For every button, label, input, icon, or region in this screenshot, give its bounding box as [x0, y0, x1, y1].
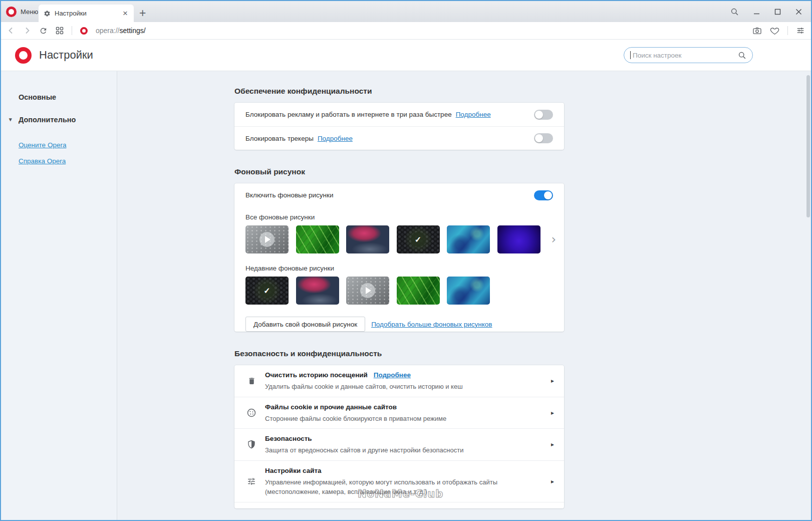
wallpaper-card: Включить фоновые рисунки Все фоновые рис…: [234, 183, 564, 332]
add-wallpaper-button[interactable]: Добавить свой фоновый рисунок: [245, 317, 365, 332]
block-ads-toggle[interactable]: [534, 110, 553, 120]
sidebar-setup-icon[interactable]: [796, 26, 805, 35]
toggle-knob: [544, 191, 552, 199]
next-row-partial: [234, 502, 564, 508]
block-trackers-row: Блокировать трекеры Подробнее: [234, 126, 564, 150]
site-settings-row[interactable]: Настройки сайта Управление информацией, …: [234, 460, 564, 502]
row-subtitle: Удалить файлы cookie и данные сайтов, оч…: [265, 382, 536, 392]
thumbnail-pink-tree[interactable]: [296, 277, 339, 305]
text-caret: [630, 51, 631, 59]
row-label: Блокировать трекеры: [245, 135, 314, 142]
maximize-icon[interactable]: [774, 9, 781, 15]
row-title: Безопасность: [265, 435, 312, 442]
security-card: Очистить историю посещений Подробнее Уда…: [234, 365, 564, 508]
row-subtitle: Защита от вредоносных сайтов и другие на…: [265, 445, 536, 455]
url-path: settings/: [119, 27, 145, 35]
check-icon: ✓: [259, 283, 275, 298]
thumbnail-rainy-glass-video[interactable]: [346, 277, 389, 305]
search-icon[interactable]: [730, 8, 739, 16]
address-bar: opera://settings/: [1, 22, 811, 40]
block-ads-row: Блокировать рекламу и работать в интерне…: [234, 103, 564, 126]
thumbnail-blue-abstract-paint[interactable]: [447, 225, 490, 253]
thumbnail-green-grass[interactable]: [296, 225, 339, 253]
opera-help-link[interactable]: Справка Opera: [1, 157, 117, 165]
snapshot-camera-icon[interactable]: [752, 26, 762, 36]
row-subtitle: Сторонние файлы cookie блокируются в при…: [265, 414, 536, 424]
all-wallpapers-label: Все фоновые рисунки: [245, 213, 553, 221]
url-field[interactable]: opera://settings/: [96, 27, 146, 35]
thumbnail-dark-hexagons[interactable]: ✓: [245, 277, 289, 305]
recent-wallpapers-strip: ✓: [245, 277, 556, 305]
page-title: Настройки: [39, 49, 93, 62]
settings-page-header: Настройки: [1, 40, 811, 71]
chevron-right-icon: ▸: [551, 478, 554, 485]
wallpapers-scroll-right-icon[interactable]: ›: [551, 233, 556, 245]
row-title: Файлы cookie и прочие данные сайтов: [265, 403, 397, 411]
thumbnail-dark-hexagons[interactable]: ✓: [397, 225, 440, 253]
address-divider-2: [787, 26, 788, 35]
chevron-right-icon: ▸: [551, 441, 554, 448]
opera-menu-button[interactable]: Меню: [6, 1, 38, 22]
recent-wallpapers-label: Недавние фоновые рисунки: [245, 265, 553, 272]
clear-history-row[interactable]: Очистить историю посещений Подробнее Уда…: [234, 365, 564, 397]
check-icon: ✓: [411, 232, 426, 247]
row-title: Очистить историю посещений: [265, 371, 368, 379]
learn-more-link[interactable]: Подробнее: [318, 135, 353, 142]
opera-logo-icon: [6, 7, 17, 17]
search-icon: [738, 51, 746, 60]
section-title: Обеспечение конфиденциальности: [234, 87, 564, 96]
forward-icon[interactable]: [23, 27, 31, 35]
speed-dial-icon[interactable]: [56, 27, 64, 35]
reload-icon[interactable]: [39, 27, 48, 35]
learn-more-link[interactable]: Подробнее: [456, 111, 491, 118]
section-wallpaper: Фоновый рисунок Включить фоновые рисунки…: [234, 167, 564, 332]
toggle-knob: [535, 111, 543, 119]
tab-settings[interactable]: Настройки ×: [39, 5, 134, 22]
new-tab-button[interactable]: +: [139, 7, 146, 20]
shield-icon: [246, 439, 257, 449]
tune-sliders-icon: [246, 477, 257, 486]
section-privacy: Обеспечение конфиденциальности Блокирова…: [234, 87, 564, 150]
play-icon: [259, 232, 275, 247]
settings-search-input[interactable]: [632, 51, 738, 60]
section-title: Безопасность и конфиденциальность: [234, 349, 564, 358]
enable-wallpapers-row: Включить фоновые рисунки: [234, 183, 564, 207]
rate-opera-link[interactable]: Оцените Opera: [1, 141, 117, 149]
sidebar-item-label: Дополнительно: [19, 116, 76, 124]
url-scheme: opera://: [96, 27, 119, 35]
tab-close-icon[interactable]: ×: [122, 9, 129, 18]
section-title: Фоновый рисунок: [234, 167, 564, 176]
back-icon[interactable]: [7, 27, 15, 35]
settings-search-box[interactable]: [624, 47, 753, 63]
settings-sidebar: Основные ▾ Дополнительно Оцените Opera С…: [1, 71, 117, 520]
close-icon[interactable]: [795, 9, 802, 15]
privacy-card: Блокировать рекламу и работать в интерне…: [234, 103, 564, 150]
thumbnail-pink-tree[interactable]: [346, 225, 389, 253]
tab-title: Настройки: [55, 10, 118, 17]
learn-more-link[interactable]: Подробнее: [374, 371, 411, 379]
play-icon: [360, 283, 375, 298]
chevron-right-icon: ▸: [551, 409, 554, 416]
cookies-row[interactable]: Файлы cookie и прочие данные сайтов Стор…: [234, 397, 564, 429]
thumbnail-green-grass[interactable]: [397, 277, 440, 305]
browser-window: Меню Настройки × +: [0, 0, 812, 521]
sidebar-item-advanced[interactable]: ▾ Дополнительно: [1, 116, 117, 124]
opera-logo-icon: [15, 47, 32, 64]
heart-icon[interactable]: [770, 26, 779, 36]
thumbnail-rainy-glass-video[interactable]: [245, 225, 289, 253]
minimize-icon[interactable]: [753, 9, 760, 15]
chevron-right-icon: ▸: [551, 377, 554, 384]
chevron-down-icon: ▾: [9, 116, 12, 123]
security-row[interactable]: Безопасность Защита от вредоносных сайто…: [234, 428, 564, 460]
sidebar-item-basic[interactable]: Основные: [1, 93, 117, 101]
get-more-wallpapers-link[interactable]: Подобрать больше фоновых рисунков: [371, 321, 492, 328]
block-trackers-toggle[interactable]: [534, 133, 553, 143]
enable-wallpapers-toggle[interactable]: [534, 190, 553, 200]
thumbnail-purple-swirl[interactable]: [497, 225, 540, 253]
thumbnail-blue-abstract-paint[interactable]: [447, 277, 490, 305]
page-scrollbar[interactable]: [806, 75, 810, 217]
menu-label: Меню: [21, 8, 38, 16]
gear-icon: [44, 10, 51, 17]
all-wallpapers-strip: ✓›: [245, 225, 556, 253]
toggle-knob: [535, 134, 543, 142]
